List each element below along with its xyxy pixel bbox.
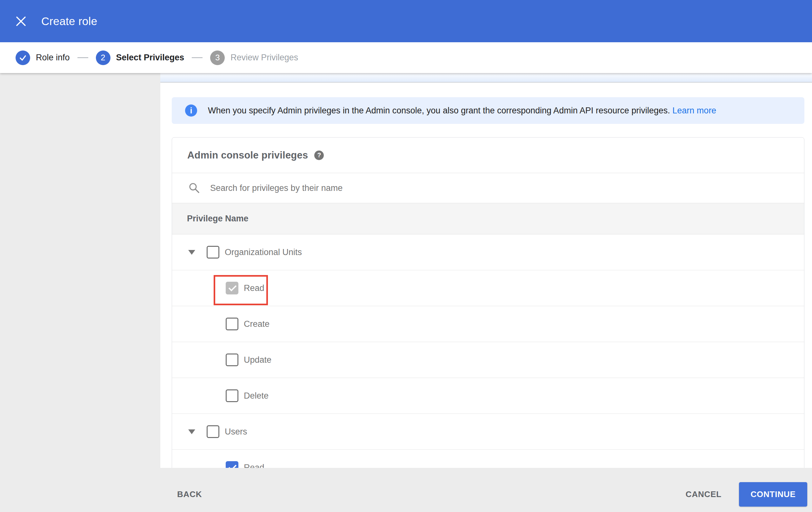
privilege-row-update[interactable]: Update (172, 342, 804, 378)
step-role-info[interactable]: Role info (16, 51, 70, 65)
privilege-checkbox[interactable] (226, 318, 238, 330)
step-select-privileges[interactable]: 2 Select Privileges (96, 51, 184, 65)
privilege-checkbox[interactable] (226, 282, 238, 294)
privilege-label: Organizational Units (225, 247, 302, 257)
step-connector (78, 57, 88, 58)
privilege-label: Update (244, 355, 271, 365)
card-title: Admin console privileges (187, 150, 308, 161)
step-number-badge: 3 (210, 51, 225, 65)
collapse-arrow-icon[interactable] (188, 250, 195, 255)
scroll-top-strip (160, 73, 812, 83)
stepper: Role info 2 Select Privileges 3 Review P… (0, 42, 812, 73)
search-icon (188, 182, 200, 194)
back-button[interactable]: BACK (177, 489, 202, 499)
action-bar: BACK CANCEL CONTINUE (0, 468, 812, 512)
content-panel: i When you specify Admin privileges in t… (160, 73, 812, 512)
step-review-privileges[interactable]: 3 Review Privileges (210, 51, 298, 65)
privilege-row-read[interactable]: Read (172, 270, 804, 306)
privilege-search-row (172, 173, 804, 203)
step-completed-check-icon (16, 51, 30, 65)
step-select-privileges-label: Select Privileges (116, 53, 184, 62)
learn-more-link[interactable]: Learn more (672, 106, 716, 115)
privilege-label: Users (225, 427, 247, 437)
privilege-label: Create (244, 319, 269, 329)
cancel-button[interactable]: CANCEL (686, 489, 722, 499)
step-role-info-label: Role info (36, 53, 70, 62)
privilege-label: Delete (244, 391, 268, 401)
step-connector (192, 57, 203, 58)
privilege-checkbox[interactable] (226, 389, 238, 402)
table-header-row: Privilege Name (172, 203, 804, 235)
privilege-name-header: Privilege Name (187, 214, 249, 224)
privilege-row-delete[interactable]: Delete (172, 378, 804, 414)
info-banner-text: When you specify Admin privileges in the… (208, 106, 716, 116)
privilege-checkbox[interactable] (207, 425, 219, 438)
help-icon[interactable]: ? (314, 151, 324, 160)
continue-button[interactable]: CONTINUE (739, 482, 807, 507)
dialog-title: Create role (41, 15, 97, 28)
appbar: Create role (0, 0, 812, 42)
privilege-label: Read (244, 283, 264, 293)
dialog-body: i When you specify Admin privileges in t… (0, 73, 812, 512)
step-number-badge: 2 (96, 51, 111, 65)
privilege-checkbox[interactable] (226, 353, 238, 366)
privilege-row-organizational-units[interactable]: Organizational Units (172, 235, 804, 270)
info-icon: i (185, 105, 197, 116)
collapse-arrow-icon[interactable] (188, 429, 195, 434)
search-input[interactable] (209, 178, 804, 198)
card-header: Admin console privileges ? (172, 137, 804, 173)
info-banner: i When you specify Admin privileges in t… (172, 97, 804, 124)
close-icon[interactable] (14, 15, 27, 28)
step-review-privileges-label: Review Privileges (230, 53, 298, 62)
privilege-row-create[interactable]: Create (172, 306, 804, 342)
create-role-dialog: Create role Role info 2 Select Privilege… (0, 0, 812, 512)
privilege-checkbox[interactable] (207, 246, 219, 259)
privilege-row-users[interactable]: Users (172, 414, 804, 450)
admin-console-privileges-card: Admin console privileges ? Privilege Nam… (172, 137, 804, 512)
